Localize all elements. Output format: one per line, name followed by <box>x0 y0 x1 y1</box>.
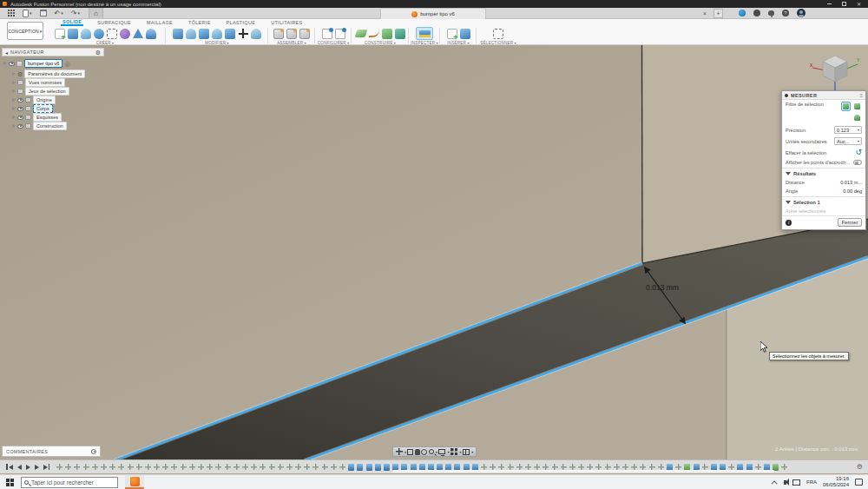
vertical-edge[interactable] <box>642 45 643 263</box>
fit-view-icon[interactable] <box>407 449 413 455</box>
offset-face-icon[interactable] <box>225 29 235 39</box>
shell-icon[interactable] <box>199 29 209 39</box>
revolve-icon[interactable] <box>94 29 104 39</box>
timeline-feature-icon[interactable] <box>74 464 80 471</box>
account-avatar[interactable] <box>797 9 806 17</box>
fillet-icon[interactable] <box>186 29 196 39</box>
tab-tolerie[interactable]: TÔLERIE <box>187 20 213 25</box>
clear-selection-icon[interactable]: ↺ <box>855 149 862 156</box>
language-indicator[interactable]: FRA <box>806 479 817 485</box>
tab-plastique[interactable]: PLASTIQUE <box>225 20 258 25</box>
timeline-feature-icon[interactable] <box>162 464 168 471</box>
tab-utilitaires[interactable]: UTILITAIRES <box>269 20 304 25</box>
timeline-scrollbar[interactable] <box>392 470 774 472</box>
timeline-feature-icon[interactable] <box>92 464 98 471</box>
timeline-feature-icon[interactable] <box>145 464 151 471</box>
measure-dialog-header[interactable]: MESURER ≡ <box>782 91 865 100</box>
timeline-feature-icon[interactable] <box>251 464 257 471</box>
combine-icon[interactable] <box>212 29 222 39</box>
app-menu-button[interactable] <box>8 10 15 17</box>
start-button[interactable] <box>6 479 14 486</box>
new-component-icon[interactable] <box>273 29 284 39</box>
step-back-button[interactable] <box>17 465 22 470</box>
timeline-feature-icon[interactable] <box>198 464 204 471</box>
3d-viewport[interactable]: 0.013 mm X Y Z 2 Arêtes | Distance min. … <box>0 45 868 460</box>
timeline-feature-icon[interactable] <box>83 464 89 471</box>
timeline-feature-icon[interactable] <box>65 464 71 471</box>
browser-row-named-views[interactable]: Vues nommées <box>12 78 65 87</box>
timeline-feature-icon[interactable] <box>207 464 213 471</box>
minimize-button[interactable] <box>827 3 832 4</box>
drag-handle-icon[interactable]: ≡ <box>859 93 863 98</box>
timeline-feature-icon[interactable] <box>781 464 787 471</box>
network-display-icon[interactable] <box>792 479 800 486</box>
timeline-feature-icon[interactable] <box>171 464 177 471</box>
rigid-group-icon[interactable] <box>299 29 310 39</box>
display-settings-icon[interactable] <box>438 449 445 454</box>
browser-row-construction[interactable]: Construction <box>12 122 67 130</box>
press-pull-icon[interactable] <box>173 29 183 39</box>
timeline-feature-icon[interactable] <box>154 464 160 471</box>
timeline-feature-icon[interactable] <box>322 464 328 471</box>
go-to-end-button[interactable] <box>43 464 50 470</box>
timeline-feature-icon[interactable] <box>225 464 231 471</box>
timeline-feature-icon[interactable] <box>312 464 319 471</box>
timeline-feature-icon[interactable] <box>260 464 266 471</box>
collapse-triangle-icon[interactable] <box>786 172 791 175</box>
play-button[interactable] <box>26 465 30 470</box>
sphere-icon[interactable] <box>146 29 156 39</box>
filter-face-button[interactable] <box>852 102 862 111</box>
browser-row-sketches[interactable]: Esquisses <box>12 113 62 122</box>
snap-points-toggle[interactable] <box>853 160 862 165</box>
browser-row-selection-sets[interactable]: Jeux de sélection <box>12 87 69 96</box>
browser-row-bodies[interactable]: Corps <box>12 104 53 113</box>
viewports-icon[interactable] <box>463 449 470 455</box>
offset-plane-icon[interactable] <box>354 30 367 37</box>
timeline-feature-icon[interactable] <box>339 464 345 471</box>
secondary-units-select[interactable]: Auc...▾ <box>834 137 862 145</box>
timeline-feature-icon[interactable] <box>181 464 187 471</box>
timeline-feature-icon[interactable] <box>278 464 284 471</box>
sketch-points-icon[interactable] <box>107 29 117 39</box>
axis-icon[interactable] <box>369 30 379 37</box>
timeline-feature-icon[interactable] <box>233 464 240 471</box>
measure-tool-button-active[interactable] <box>416 27 433 40</box>
move-copy-icon[interactable] <box>238 29 248 39</box>
extensions-icon[interactable] <box>753 10 760 17</box>
undo-button[interactable]: ↶▾ <box>55 10 63 17</box>
home-tab-button[interactable]: ⌂ <box>89 8 103 19</box>
configuration-icon[interactable] <box>322 29 332 39</box>
taskbar-search[interactable] <box>21 477 118 488</box>
notification-center-icon[interactable] <box>855 479 863 486</box>
tab-solide[interactable]: SOLIDE <box>61 19 83 26</box>
timeline-feature-icon[interactable] <box>109 464 115 471</box>
timeline-feature-icon[interactable] <box>189 464 195 471</box>
grid-snap-icon[interactable] <box>450 448 457 455</box>
pan-orbit-icon[interactable] <box>396 448 403 455</box>
activate-radio-icon[interactable]: ◎ <box>64 61 69 67</box>
visibility-eye-icon[interactable] <box>17 107 23 111</box>
timeline-feature-icon[interactable] <box>304 464 310 471</box>
close-button[interactable]: ✕ <box>857 2 861 7</box>
redo-button[interactable]: ↷▾ <box>71 10 80 17</box>
timeline-feature-icon[interactable] <box>269 464 275 471</box>
browser-gear-icon[interactable]: ⚙ <box>95 50 101 56</box>
configuration-table-icon[interactable] <box>335 29 345 39</box>
selection1-section-header[interactable]: Sélection 1 <box>782 198 865 207</box>
timeline-feature-icon[interactable] <box>286 464 293 471</box>
search-input[interactable] <box>31 479 109 486</box>
timeline-feature-icon[interactable] <box>384 464 390 471</box>
box-icon[interactable] <box>68 29 78 39</box>
taskbar-fusion-app[interactable] <box>125 475 144 489</box>
timeline-gear-icon[interactable]: ⚙ <box>857 463 863 471</box>
maximize-button[interactable] <box>842 2 846 6</box>
browser-row-origin[interactable]: Origine <box>12 96 56 104</box>
notifications-bell-icon[interactable] <box>768 10 774 16</box>
volume-icon[interactable] <box>784 480 786 485</box>
plane-through-icon[interactable] <box>395 29 405 39</box>
joint-icon[interactable] <box>286 29 297 39</box>
timeline-feature-icon[interactable] <box>295 464 301 471</box>
split-body-icon[interactable] <box>251 29 261 39</box>
visibility-eye-icon[interactable] <box>17 98 23 102</box>
close-dialog-button[interactable]: Fermer <box>838 218 862 227</box>
